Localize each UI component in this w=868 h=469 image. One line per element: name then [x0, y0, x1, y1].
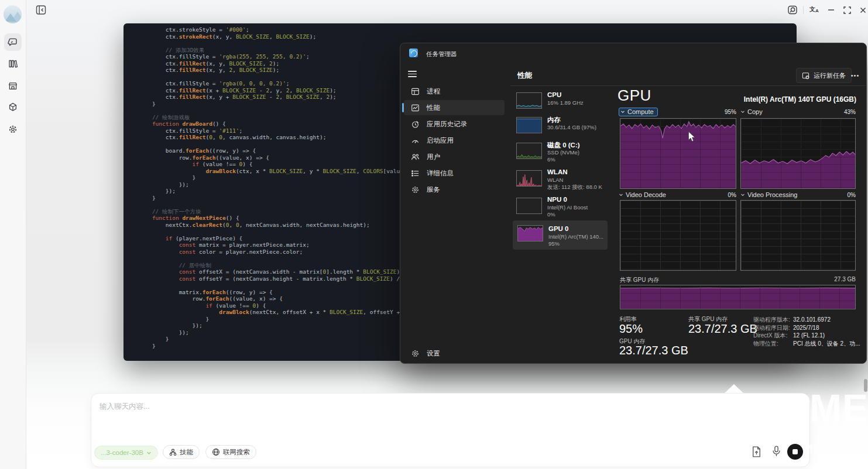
task-manager-window: 任务管理器	[400, 43, 867, 364]
tm-nav-services[interactable]: 服务	[404, 182, 505, 197]
disk-sparkline	[516, 143, 542, 159]
close-app-button[interactable]	[857, 4, 868, 16]
watermark-text-small: ME.NET	[802, 442, 849, 456]
web-search-button[interactable]: 联网搜索	[205, 445, 256, 459]
tm-nav-selected-indicator	[402, 103, 404, 112]
record-screen-button[interactable]	[787, 4, 798, 16]
stop-generation-button[interactable]	[787, 444, 803, 460]
shared-gpu-memory-max: 27.3 GB	[797, 276, 856, 282]
tm-nav-startup-apps[interactable]: 启动应用	[404, 133, 505, 148]
close-icon	[859, 6, 867, 14]
minimize-taskmgr[interactable]	[810, 47, 824, 57]
tm-nav-label: 应用历史记录	[427, 120, 467, 129]
directx-version-value: 12 (FL 12.1)	[793, 332, 825, 340]
sensor-wlan[interactable]: WLAN WLAN 发送: 112 接收: 88.0 K	[516, 168, 616, 196]
chat-input[interactable]	[98, 401, 686, 431]
gpu-chart-video-decode-header[interactable]: Video Decode	[619, 191, 666, 198]
upload-file-icon	[751, 446, 762, 458]
sensor-disk[interactable]: 磁盘 0 (C:) SSD (NVMe) 6%	[516, 141, 610, 169]
gpu-chart-video-processing-header[interactable]: Video Processing	[740, 191, 797, 198]
voice-input-button[interactable]	[771, 445, 782, 457]
tm-nav-details[interactable]: 详细信息	[404, 165, 505, 181]
tm-nav-settings[interactable]: 设置	[404, 346, 505, 361]
gpu-driver-info: 驱动程序版本:32.0.101.6972 驱动程序日期:2025/7/18 Di…	[753, 316, 864, 347]
sensor-npu[interactable]: NPU 0 Intel(R) AI Boost 0%	[516, 196, 610, 224]
gpu-video-decode-value: 0%	[693, 192, 736, 198]
model-name: ...3-coder-30B	[101, 449, 143, 456]
task-manager-title: 任务管理器	[426, 50, 457, 58]
sensor-gpu[interactable]: GPU 0 Intel(R) Arc(TM) 140... 95%	[516, 224, 610, 252]
collapse-sidebar-icon	[36, 5, 46, 15]
cpu-sparkline	[516, 92, 542, 109]
driver-date-value: 2025/7/18	[793, 324, 819, 332]
physical-location-value: PCI 总线 0、设备 2、功...	[793, 340, 860, 348]
chart-label: Copy	[747, 108, 763, 115]
run-new-task-button[interactable]: 运行新任务	[796, 68, 852, 83]
settings-gear-icon	[411, 349, 420, 358]
minimize-icon	[827, 6, 835, 14]
library-books-icon	[8, 58, 18, 69]
tm-nav-performance[interactable]: 性能	[404, 100, 505, 115]
record-icon	[787, 5, 798, 15]
chevron-down-icon	[620, 109, 625, 114]
gpu-copy-chart	[740, 118, 856, 189]
shared-gpu-memory-label: 共享 GPU 内存	[620, 276, 659, 284]
gpu-chart-compute-header[interactable]: Compute	[619, 108, 658, 116]
gpu-video-decode-chart	[620, 200, 736, 271]
history-clock-icon	[411, 120, 420, 129]
store-icon	[8, 81, 18, 91]
gpu-video-processing-chart	[740, 200, 856, 271]
tm-nav-label: 服务	[427, 185, 440, 194]
avatar[interactable]	[4, 5, 22, 23]
upload-file-button[interactable]	[751, 446, 762, 458]
tm-more-button[interactable]: •••	[849, 69, 862, 82]
new-task-icon	[802, 72, 809, 80]
tm-menu-button[interactable]	[408, 69, 417, 79]
services-gear-icon	[411, 185, 420, 194]
run-new-task-label: 运行新任务	[814, 71, 846, 80]
fullscreen-icon	[843, 6, 852, 15]
tm-nav-label: 进程	[427, 87, 440, 96]
workflow-icon	[169, 449, 177, 456]
tm-page-title: 性能	[517, 71, 532, 81]
skills-button[interactable]: 技能	[163, 445, 200, 459]
chart-label: Video Processing	[747, 191, 797, 198]
tm-nav-label: 性能	[427, 104, 440, 112]
chat-input-card: ...3-coder-30B 技能 联网搜索	[91, 393, 810, 467]
sidebar-item-store[interactable]	[4, 77, 22, 95]
minimize-app-button[interactable]	[825, 4, 837, 16]
sidebar-item-chat[interactable]	[4, 33, 22, 51]
chart-label: Video Decode	[626, 191, 666, 198]
chevron-down-icon	[740, 109, 745, 114]
panel-collapse-button[interactable]	[36, 5, 46, 15]
sidebar-item-models[interactable]	[4, 98, 22, 116]
sidebar-item-settings[interactable]	[4, 120, 22, 138]
gpu-copy-value: 43%	[812, 109, 856, 115]
wlan-sparkline	[516, 170, 542, 187]
details-list-icon	[411, 169, 420, 178]
startup-gauge-icon	[411, 136, 420, 145]
gpu-chart-copy-header[interactable]: Copy	[740, 108, 763, 115]
sensor-cpu[interactable]: CPU 16% 1.89 GHz	[516, 91, 610, 115]
sidebar-item-library[interactable]	[4, 55, 22, 73]
model-selector-pill[interactable]: ...3-coder-30B	[94, 446, 158, 460]
tm-nav-app-history[interactable]: 应用历史记录	[404, 116, 505, 132]
tm-nav-users[interactable]: 用户	[404, 149, 505, 164]
tm-content-divider	[510, 85, 866, 86]
fullscreen-app-button[interactable]	[841, 4, 853, 16]
tm-nav-label: 设置	[427, 349, 440, 358]
titlebar-divider	[803, 6, 804, 14]
watermark-text-large: ME	[809, 386, 868, 430]
shared-gpu-memory-chart	[620, 285, 856, 309]
tm-nav-label: 用户	[427, 153, 440, 161]
gpu-compute-chart	[620, 118, 736, 189]
directx-version-label: DirectX 版本:	[753, 332, 793, 340]
translate-button[interactable]: 文A	[808, 4, 820, 16]
processes-icon	[411, 87, 420, 96]
cube-icon	[8, 102, 18, 112]
sensor-memory[interactable]: 内存 30.6/31.4 GB (97%)	[516, 116, 610, 139]
more-dots-icon: •••	[851, 72, 860, 79]
tm-nav-processes[interactable]: 进程	[404, 84, 505, 99]
npu-sparkline	[516, 198, 542, 214]
tm-nav-label: 启动应用	[427, 136, 454, 145]
